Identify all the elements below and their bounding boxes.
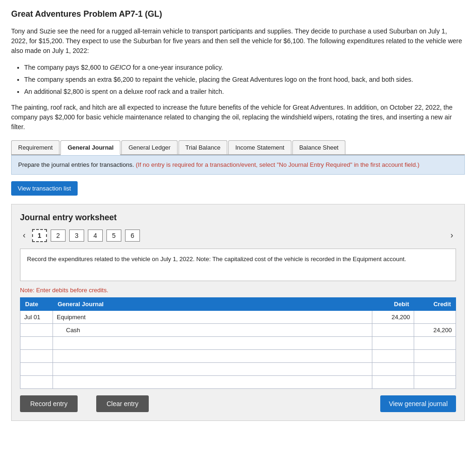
view-transaction-button[interactable]: View transaction list (11, 181, 78, 196)
worksheet-title: Journal entry worksheet (20, 213, 456, 223)
description-box: Record the expenditures related to the v… (20, 249, 456, 281)
tab-trial-balance[interactable]: Trial Balance (178, 140, 227, 154)
cell-debit-6[interactable] (372, 375, 414, 388)
tab-income-statement[interactable]: Income Statement (228, 140, 291, 154)
nav-page-2[interactable]: 2 (51, 230, 66, 242)
table-row (20, 362, 456, 375)
cell-account-3[interactable] (53, 336, 372, 349)
nav-next-arrow[interactable]: › (448, 230, 456, 241)
cell-account-6[interactable] (53, 375, 372, 388)
bullet-item-1: The company pays $2,600 to GEICO for a o… (24, 62, 465, 73)
clear-entry-button[interactable]: Clear entry (96, 395, 148, 412)
cell-account-2[interactable]: Cash (53, 323, 372, 336)
cell-credit-6[interactable] (414, 375, 456, 388)
nav-page-3[interactable]: 3 (69, 230, 84, 242)
col-date: Date (20, 297, 53, 310)
instruction-box: Prepare the journal entries for transact… (11, 155, 465, 175)
nav-page-4[interactable]: 4 (88, 230, 103, 242)
nav-row: ‹ 1 2 3 4 5 6 › (20, 229, 456, 242)
record-entry-button[interactable]: Record entry (20, 395, 78, 412)
cell-credit-1[interactable] (414, 310, 456, 323)
cell-date-3[interactable] (20, 336, 53, 349)
tab-requirement[interactable]: Requirement (11, 140, 60, 154)
bullet-item-2: The company spends an extra $6,200 to re… (24, 74, 465, 85)
cell-date-5[interactable] (20, 362, 53, 375)
nav-page-1[interactable]: 1 (32, 229, 47, 242)
instruction-highlight: (If no entry is required for a transacti… (136, 161, 419, 168)
cell-credit-2[interactable]: 24,200 (414, 323, 456, 336)
tab-general-ledger[interactable]: General Ledger (121, 140, 177, 154)
table-row: Jul 01 Equipment 24,200 (20, 310, 456, 323)
cell-account-4[interactable] (53, 349, 372, 362)
cell-debit-1[interactable]: 24,200 (372, 310, 414, 323)
nav-page-6[interactable]: 6 (125, 230, 140, 242)
col-general-journal: General Journal (53, 297, 372, 310)
table-row: Cash 24,200 (20, 323, 456, 336)
cell-debit-5[interactable] (372, 362, 414, 375)
cell-account-5[interactable] (53, 362, 372, 375)
cell-date-4[interactable] (20, 349, 53, 362)
bullet-list: The company pays $2,600 to GEICO for a o… (16, 62, 465, 97)
cell-debit-4[interactable] (372, 349, 414, 362)
follow-up-text: The painting, roof rack, and hitch are a… (11, 103, 465, 132)
cell-date-1[interactable]: Jul 01 (20, 310, 53, 323)
intro-text: Tony and Suzie see the need for a rugged… (11, 26, 465, 56)
tabs-row: Requirement General Journal General Ledg… (11, 140, 465, 155)
cell-account-1[interactable]: Equipment (53, 310, 372, 323)
buttons-row: Record entry Clear entry View general jo… (20, 395, 456, 412)
cell-credit-4[interactable] (414, 349, 456, 362)
note-text: Note: Enter debits before credits. (20, 287, 456, 294)
nav-page-5[interactable]: 5 (106, 230, 121, 242)
table-row (20, 375, 456, 388)
geico-label: GEICO (110, 64, 131, 71)
cell-debit-2[interactable] (372, 323, 414, 336)
bullet-item-3: An additional $2,800 is spent on a delux… (24, 86, 465, 98)
view-general-journal-button[interactable]: View general journal (380, 395, 456, 412)
nav-prev-arrow[interactable]: ‹ (20, 230, 28, 241)
cell-credit-5[interactable] (414, 362, 456, 375)
cell-debit-3[interactable] (372, 336, 414, 349)
page-title: Great Adventures Problem AP7-1 (GL) (11, 9, 465, 19)
col-credit: Credit (414, 297, 456, 310)
table-row (20, 336, 456, 349)
cell-date-6[interactable] (20, 375, 53, 388)
tab-general-journal[interactable]: General Journal (60, 140, 120, 155)
worksheet-panel: Journal entry worksheet ‹ 1 2 3 4 5 6 › … (11, 204, 465, 421)
instruction-main: Prepare the journal entries for transact… (18, 161, 134, 168)
tab-balance-sheet[interactable]: Balance Sheet (292, 140, 346, 154)
cell-date-2[interactable] (20, 323, 53, 336)
journal-table: Date General Journal Debit Credit Jul 01… (20, 297, 456, 389)
cell-credit-3[interactable] (414, 336, 456, 349)
table-row (20, 349, 456, 362)
col-debit: Debit (372, 297, 414, 310)
